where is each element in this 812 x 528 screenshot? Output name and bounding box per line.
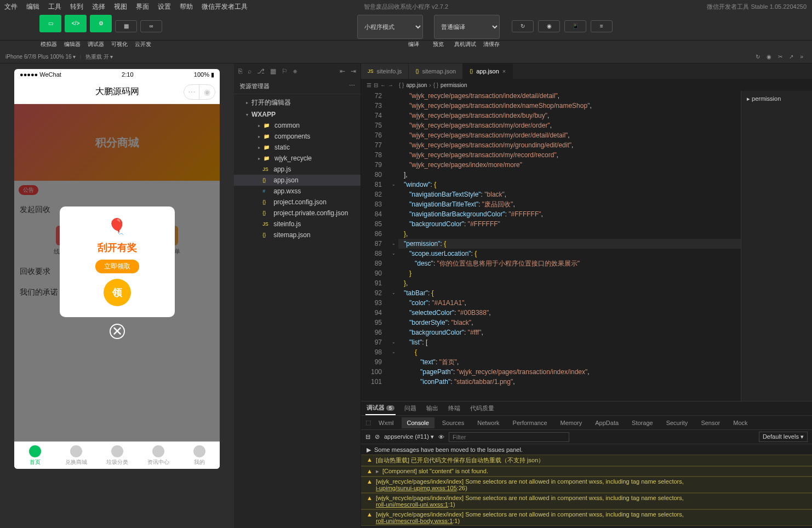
editor-tab[interactable]: JSsiteinfo.js — [361, 64, 409, 79]
menu-item[interactable]: 视图 — [114, 2, 127, 12]
tree-file[interactable]: #app.wxss — [234, 186, 361, 197]
explorer-icon[interactable]: ⚐ — [282, 67, 288, 75]
console-message[interactable]: ▶Some messages have been moved to the Is… — [361, 445, 812, 455]
log-levels-select[interactable]: Default levels ▾ — [759, 432, 808, 442]
devtools-subtab[interactable]: Performance — [507, 417, 553, 428]
menu-item[interactable]: 转到 — [70, 2, 83, 12]
remote-debug-button[interactable]: 📱 — [563, 15, 587, 39]
editor-toggle[interactable]: </> — [65, 15, 87, 32]
menu-item[interactable]: 选择 — [92, 2, 105, 12]
tree-file[interactable]: ▸📁components — [234, 131, 361, 142]
preview-button[interactable]: ◉ — [537, 15, 561, 39]
compile-select[interactable]: 普通编译 — [434, 15, 500, 39]
explorer-icon[interactable]: ⇥ — [351, 67, 356, 75]
tree-file[interactable]: {}sitemap.json — [234, 229, 361, 240]
menu-item[interactable]: 编辑 — [26, 2, 39, 12]
mode-select[interactable]: 小程序模式 — [357, 15, 423, 39]
devtools-tab[interactable]: 输出 — [425, 402, 439, 415]
status-icon[interactable]: ✂ — [778, 54, 782, 60]
devtools-tab[interactable]: 代码质量 — [469, 402, 495, 415]
menu-item[interactable]: 设置 — [158, 2, 171, 12]
visualize-button[interactable]: ▦ — [114, 15, 138, 39]
cloud-button[interactable]: ∞ — [139, 15, 163, 39]
menu-item[interactable]: 微信开发者工具 — [202, 2, 248, 12]
tree-file[interactable]: ▸📁common — [234, 120, 361, 131]
capsule-menu[interactable]: ⋯◉ — [184, 84, 215, 100]
inspect-icon[interactable]: ⬚ — [365, 419, 371, 426]
clear-icon[interactable]: ⊘ — [375, 433, 380, 440]
menu-item[interactable]: 帮助 — [180, 2, 193, 12]
tree-open-editors[interactable]: ▸打开的编辑器 — [234, 96, 361, 109]
status-icon[interactable]: » — [800, 54, 803, 60]
outline-panel[interactable]: ▸ permission — [741, 91, 812, 401]
popup-badge-icon[interactable]: 领 — [104, 279, 131, 306]
breadcrumb[interactable]: ☰ ⊟ ← → { } app.json › { } permission — [361, 79, 812, 91]
menu-item[interactable]: 工具 — [48, 2, 61, 12]
console-output[interactable]: ▶Some messages have been moved to the Is… — [361, 444, 812, 528]
console-message[interactable]: ▲[自动热重载] 已开启代码文件保存后自动热重载（不支持 json） — [361, 455, 812, 466]
popup-claim-button[interactable]: 立即领取 — [95, 260, 139, 273]
devtools-subtab[interactable]: Mock — [728, 417, 753, 428]
phone-simulator[interactable]: ●●●●● WeChat 2:10 100% ▮ 大鹏源码网 ⋯◉ 积分商城 公… — [14, 69, 220, 469]
console-message[interactable]: ▲▸[Component] slot "content" is not foun… — [361, 466, 812, 477]
tree-file[interactable]: {}project.config.json — [234, 197, 361, 208]
status-icon[interactable]: ↗ — [789, 54, 793, 60]
status-icon[interactable]: ◉ — [767, 54, 771, 60]
device-label[interactable]: iPhone 6/7/8 Plus 100% 16 — [5, 54, 72, 60]
tabbar-item[interactable]: 我的 — [179, 442, 220, 469]
tree-file[interactable]: {}project.private.config.json — [234, 208, 361, 219]
devtools-subtab[interactable]: Sources — [437, 417, 470, 428]
console-message[interactable]: ▲[wjyk_recycle/pages/index/index] Some s… — [361, 477, 812, 493]
console-message[interactable]: ▲[wjyk_recycle/pages/index/index] Some s… — [361, 493, 812, 509]
explorer-icon[interactable]: ⌕ — [248, 67, 251, 75]
popup-close-button[interactable]: ✕ — [110, 324, 125, 339]
devtools-subtab[interactable]: Sensor — [695, 417, 725, 428]
tree-file[interactable]: JSsiteinfo.js — [234, 219, 361, 229]
fold-gutter[interactable]: ⌄⌄⌄⌄⌄⌄ — [388, 91, 398, 401]
devtools-subtab[interactable]: Security — [661, 417, 694, 428]
tree-file[interactable]: ▸📁static — [234, 142, 361, 153]
devtools-subtab[interactable]: Storage — [626, 417, 659, 428]
explorer-icon[interactable]: ⇤ — [340, 67, 345, 75]
tabbar-item[interactable]: 首页 — [14, 442, 55, 469]
tabbar-item[interactable]: 垃圾分类 — [96, 442, 138, 469]
tree-root[interactable]: ▾WXAPP — [234, 109, 361, 120]
devtools-tab[interactable]: 问题 — [403, 402, 418, 415]
explorer-icon[interactable]: ⎇ — [257, 67, 265, 75]
explorer-icon[interactable]: ▦ — [270, 67, 276, 75]
devtools-subtab[interactable]: AppData — [590, 417, 624, 428]
phone-tabbar: 首页兑换商城垃圾分类资讯中心我的 — [14, 441, 220, 469]
explorer-icon[interactable]: ⎈ — [293, 67, 297, 75]
tabbar-item[interactable]: 资讯中心 — [138, 442, 179, 469]
devtools-subtab[interactable]: Wxml — [373, 417, 399, 428]
devtools-tab[interactable]: 调试器 5 — [365, 401, 396, 415]
devtools-subtab[interactable]: Console — [402, 417, 434, 428]
compile-button[interactable]: ↻ — [511, 15, 535, 39]
tree-file[interactable]: ▸📁wjyk_recycle — [234, 153, 361, 164]
more-icon[interactable]: ⋯ — [349, 82, 355, 90]
menu-item[interactable]: 文件 — [4, 2, 18, 12]
status-icon[interactable]: ↻ — [756, 54, 760, 60]
tree-file[interactable]: {}app.json — [234, 175, 361, 186]
tree-file[interactable]: JSapp.js — [234, 164, 361, 175]
console-filter-input[interactable] — [449, 432, 569, 442]
console-message[interactable]: ▲[wjyk_recycle/pages/index/index] Some s… — [361, 509, 812, 526]
debugger-toggle[interactable]: ⚙ — [90, 15, 112, 32]
close-tab-icon[interactable]: × — [502, 68, 506, 74]
simulator-toggle[interactable]: ▭ — [39, 15, 61, 32]
clear-cache-button[interactable]: ≡ — [590, 15, 614, 39]
explorer-icon[interactable]: ⎘ — [238, 67, 242, 75]
eye-icon[interactable]: 👁 — [438, 434, 444, 440]
hot-reload-label[interactable]: 热重载 开 — [85, 53, 109, 61]
devtools-tab[interactable]: 终端 — [447, 402, 461, 415]
tabbar-item[interactable]: 兑换商城 — [55, 442, 96, 469]
code-area[interactable]: "wjyk_recycle/pages/transaction/index/de… — [398, 91, 741, 401]
console-icon[interactable]: ⊟ — [365, 433, 370, 440]
editor-tab[interactable]: {}sitemap.json — [409, 64, 463, 79]
console-prompt[interactable]: > — [361, 526, 812, 528]
devtools-subtab[interactable]: Network — [472, 417, 505, 428]
editor-tab[interactable]: {}app.json× — [463, 64, 513, 79]
menu-item[interactable]: 界面 — [136, 2, 149, 12]
devtools-subtab[interactable]: Memory — [555, 417, 588, 428]
context-select[interactable]: appservice (#11) ▾ — [384, 433, 434, 440]
